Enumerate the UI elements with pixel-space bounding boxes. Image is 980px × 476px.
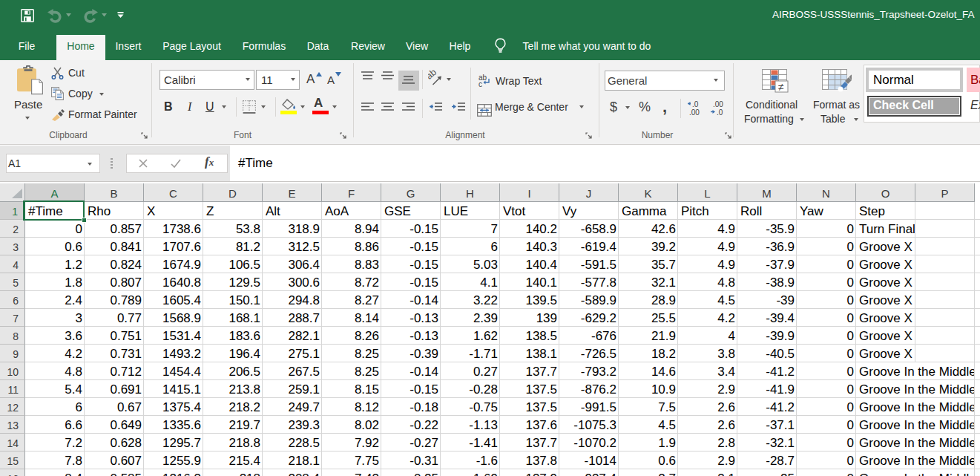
svg-text:.00: .00 bbox=[713, 100, 723, 108]
svg-text:ab: ab bbox=[428, 70, 438, 82]
svg-text:.0: .0 bbox=[717, 108, 723, 117]
svg-text:.0: .0 bbox=[692, 100, 699, 108]
svg-text:≠: ≠ bbox=[778, 81, 784, 93]
svg-text:.00: .00 bbox=[689, 108, 700, 117]
svg-text:c: c bbox=[479, 80, 482, 88]
